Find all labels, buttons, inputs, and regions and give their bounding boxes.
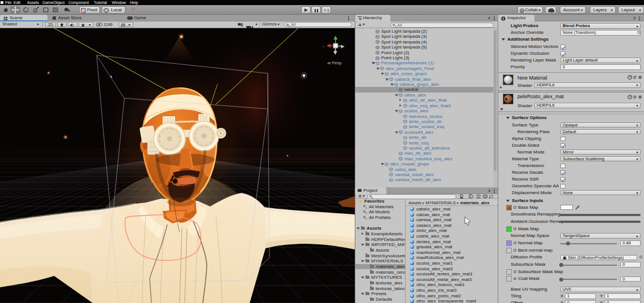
svg-text:≪ Persp: ≪ Persp bbox=[327, 61, 342, 65]
svg-text:17: 17 bbox=[489, 194, 493, 199]
svg-text:x: x bbox=[323, 45, 324, 48]
